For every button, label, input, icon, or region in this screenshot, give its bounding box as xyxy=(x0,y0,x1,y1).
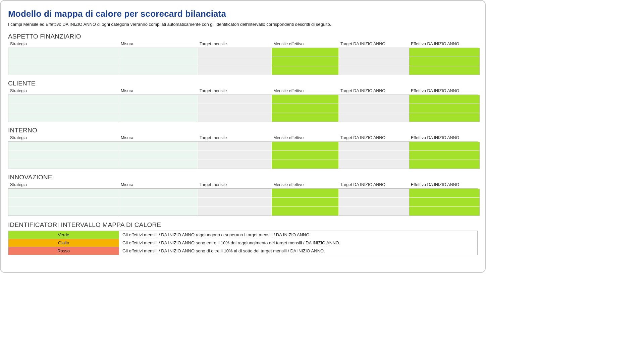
cell-target-mensile[interactable] xyxy=(198,48,272,57)
cell-strategia[interactable] xyxy=(8,160,119,169)
cell-mensile-effettivo xyxy=(272,160,339,169)
cell-target-mensile[interactable] xyxy=(198,142,272,151)
page-subtitle: I campi Mensile ed Effettivo DA INIZIO A… xyxy=(8,22,478,27)
col-effettivo-ytd: Effettivo DA INIZIO ANNO xyxy=(409,42,479,46)
cell-effettivo-ytd xyxy=(409,198,480,207)
cell-mensile-effettivo xyxy=(272,66,339,75)
cell-target-mensile[interactable] xyxy=(198,66,272,75)
cell-target-ytd[interactable] xyxy=(339,142,409,151)
cell-strategia[interactable] xyxy=(8,189,119,198)
col-target-mensile: Target mensile xyxy=(198,88,271,93)
column-headers: Strategia Misura Target mensile Mensile … xyxy=(8,182,478,188)
cell-misura[interactable] xyxy=(119,151,198,160)
col-mensile-effettivo: Mensile effettivo xyxy=(271,182,338,187)
cell-target-ytd[interactable] xyxy=(339,160,409,169)
col-misura: Misura xyxy=(119,42,198,46)
cell-target-ytd[interactable] xyxy=(339,113,409,122)
cell-strategia[interactable] xyxy=(8,207,119,216)
cell-misura[interactable] xyxy=(119,207,198,216)
heatmap-grid xyxy=(8,141,478,169)
cell-effettivo-ytd xyxy=(409,189,480,198)
page: Modello di mappa di calore per scorecard… xyxy=(0,0,486,273)
cell-misura[interactable] xyxy=(119,198,198,207)
cell-target-ytd[interactable] xyxy=(339,95,409,104)
cell-strategia[interactable] xyxy=(8,48,119,57)
cell-target-mensile[interactable] xyxy=(198,198,272,207)
cell-misura[interactable] xyxy=(119,113,198,122)
cell-strategia[interactable] xyxy=(8,113,119,122)
section-interno: INTERNO Strategia Misura Target mensile … xyxy=(8,127,478,169)
cell-target-ytd[interactable] xyxy=(339,198,409,207)
col-effettivo-ytd: Effettivo DA INIZIO ANNO xyxy=(409,182,479,187)
column-headers: Strategia Misura Target mensile Mensile … xyxy=(8,41,478,48)
cell-strategia[interactable] xyxy=(8,66,119,75)
section-cliente: CLIENTE Strategia Misura Target mensile … xyxy=(8,80,478,122)
cell-mensile-effettivo xyxy=(272,151,339,160)
cell-mensile-effettivo xyxy=(272,207,339,216)
cell-misura[interactable] xyxy=(119,95,198,104)
cell-effettivo-ytd xyxy=(409,104,480,113)
cell-misura[interactable] xyxy=(119,48,198,57)
cell-target-mensile[interactable] xyxy=(198,207,272,216)
cell-target-mensile[interactable] xyxy=(198,160,272,169)
legend-desc: Gli effettivi mensili / DA INIZIO ANNO s… xyxy=(119,239,478,247)
legend-desc: Gli effettivi mensili / DA INIZIO ANNO r… xyxy=(119,231,478,239)
col-mensile-effettivo: Mensile effettivo xyxy=(271,88,338,93)
column-headers: Strategia Misura Target mensile Mensile … xyxy=(8,88,478,95)
cell-effettivo-ytd xyxy=(409,142,480,151)
cell-misura[interactable] xyxy=(119,57,198,66)
cell-target-ytd[interactable] xyxy=(339,48,409,57)
legend-row-green: Verde Gli effettivi mensili / DA INIZIO … xyxy=(8,231,478,239)
cell-target-mensile[interactable] xyxy=(198,151,272,160)
cell-misura[interactable] xyxy=(119,66,198,75)
cell-strategia[interactable] xyxy=(8,95,119,104)
cell-target-mensile[interactable] xyxy=(198,95,272,104)
col-strategia: Strategia xyxy=(8,135,119,140)
cell-strategia[interactable] xyxy=(8,198,119,207)
cell-strategia[interactable] xyxy=(8,151,119,160)
cell-mensile-effettivo xyxy=(272,198,339,207)
col-mensile-effettivo: Mensile effettivo xyxy=(271,135,338,140)
cell-strategia[interactable] xyxy=(8,104,119,113)
cell-target-mensile[interactable] xyxy=(198,104,272,113)
cell-target-mensile[interactable] xyxy=(198,189,272,198)
cell-target-mensile[interactable] xyxy=(198,57,272,66)
legend-swatch-yellow: Giallo xyxy=(8,239,119,247)
col-target-ytd: Target DA INIZIO ANNO xyxy=(338,135,409,140)
cell-mensile-effettivo xyxy=(272,48,339,57)
col-misura: Misura xyxy=(119,182,198,187)
section-heading: INTERNO xyxy=(8,127,478,134)
col-target-ytd: Target DA INIZIO ANNO xyxy=(338,88,409,93)
cell-strategia[interactable] xyxy=(8,57,119,66)
cell-target-ytd[interactable] xyxy=(339,104,409,113)
cell-effettivo-ytd xyxy=(409,151,480,160)
cell-target-ytd[interactable] xyxy=(339,207,409,216)
legend-swatch-red: Rosso xyxy=(8,247,119,255)
cell-target-ytd[interactable] xyxy=(339,189,409,198)
col-target-mensile: Target mensile xyxy=(198,135,271,140)
col-effettivo-ytd: Effettivo DA INIZIO ANNO xyxy=(409,135,479,140)
cell-misura[interactable] xyxy=(119,142,198,151)
cell-effettivo-ytd xyxy=(409,66,480,75)
cell-misura[interactable] xyxy=(119,160,198,169)
cell-effettivo-ytd xyxy=(409,95,480,104)
legend-heading: IDENTIFICATORI INTERVALLO MAPPA DI CALOR… xyxy=(8,221,478,229)
cell-mensile-effettivo xyxy=(272,57,339,66)
cell-mensile-effettivo xyxy=(272,189,339,198)
cell-target-mensile[interactable] xyxy=(198,113,272,122)
cell-misura[interactable] xyxy=(119,189,198,198)
cell-target-ytd[interactable] xyxy=(339,66,409,75)
cell-target-ytd[interactable] xyxy=(339,151,409,160)
cell-strategia[interactable] xyxy=(8,142,119,151)
section-heading: CLIENTE xyxy=(8,80,478,87)
cell-target-ytd[interactable] xyxy=(339,57,409,66)
legend-swatch-green: Verde xyxy=(8,231,119,239)
cell-mensile-effettivo xyxy=(272,113,339,122)
col-target-mensile: Target mensile xyxy=(198,42,271,46)
cell-misura[interactable] xyxy=(119,104,198,113)
col-misura: Misura xyxy=(119,88,198,93)
legend-row-yellow: Giallo Gli effettivi mensili / DA INIZIO… xyxy=(8,239,478,247)
heatmap-grid xyxy=(8,188,478,216)
col-mensile-effettivo: Mensile effettivo xyxy=(271,42,338,46)
section-heading: INNOVAZIONE xyxy=(8,174,478,181)
